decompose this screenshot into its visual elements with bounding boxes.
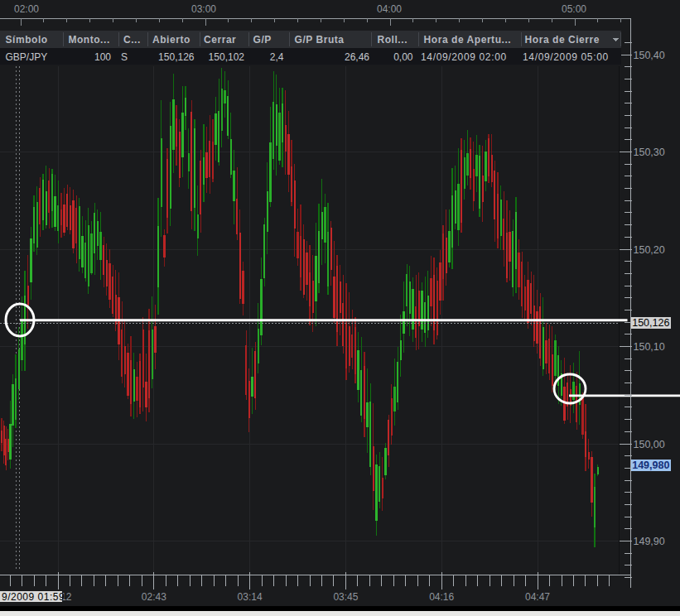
- svg-text:149,90: 149,90: [634, 536, 665, 547]
- svg-text:05:00: 05:00: [562, 3, 586, 15]
- svg-text:Abierto: Abierto: [152, 34, 190, 46]
- svg-text:150,00: 150,00: [634, 439, 665, 450]
- svg-text:03:00: 03:00: [191, 3, 216, 15]
- svg-text:14/09/2009 05:00: 14/09/2009 05:00: [523, 51, 609, 63]
- svg-text:150,126: 150,126: [158, 51, 195, 63]
- svg-text:Símbolo: Símbolo: [6, 34, 48, 46]
- svg-text:Cerrar: Cerrar: [204, 34, 236, 46]
- svg-text:Hora de Apertu...: Hora de Apertu...: [424, 34, 512, 46]
- svg-text:14/09/2009 02:00: 14/09/2009 02:00: [421, 51, 507, 63]
- svg-text:S: S: [121, 51, 128, 63]
- svg-text:04:00: 04:00: [377, 3, 402, 15]
- svg-text:GBP/JPY: GBP/JPY: [6, 51, 48, 63]
- svg-text:Roll...: Roll...: [378, 34, 408, 46]
- svg-text:Monto...: Monto...: [68, 34, 109, 46]
- svg-text:G/P: G/P: [253, 34, 272, 46]
- svg-text:2,4: 2,4: [270, 51, 284, 63]
- svg-text:0,00: 0,00: [393, 51, 413, 63]
- svg-text:150,30: 150,30: [634, 147, 665, 158]
- svg-text:100: 100: [94, 51, 111, 63]
- svg-text:Hora de Cierre: Hora de Cierre: [525, 34, 600, 46]
- svg-text:03:45: 03:45: [333, 591, 358, 603]
- svg-text:149,980: 149,980: [632, 460, 669, 471]
- svg-text:26,46: 26,46: [345, 51, 369, 63]
- svg-text:150,20: 150,20: [634, 244, 665, 256]
- svg-text:04:47: 04:47: [525, 591, 550, 603]
- svg-text:C...: C...: [123, 34, 141, 46]
- svg-text:150,40: 150,40: [634, 50, 665, 61]
- svg-text:150,10: 150,10: [634, 341, 665, 353]
- svg-text:9/2009 01:59: 9/2009 01:59: [2, 591, 65, 603]
- svg-text:04:16: 04:16: [429, 591, 454, 603]
- svg-text:150,126: 150,126: [632, 317, 669, 329]
- svg-text:G/P Bruta: G/P Bruta: [295, 34, 345, 46]
- svg-text:03:14: 03:14: [238, 591, 263, 603]
- svg-text:02:43: 02:43: [142, 591, 166, 603]
- svg-text:02:00: 02:00: [14, 3, 39, 15]
- svg-text:150,102: 150,102: [209, 51, 245, 63]
